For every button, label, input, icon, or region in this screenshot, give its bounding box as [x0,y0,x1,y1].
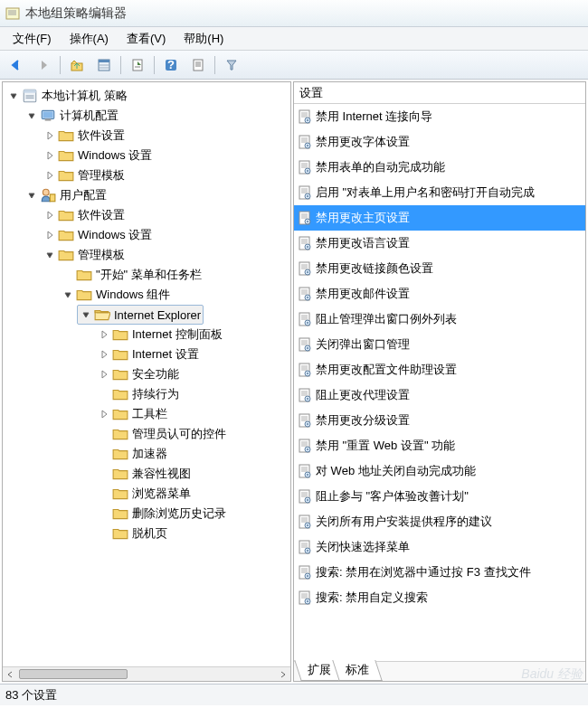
menu-view[interactable]: 查看(V) [118,29,175,49]
forward-button[interactable] [31,54,56,76]
list-item[interactable]: 禁用更改邮件设置 [294,281,585,307]
help-button[interactable]: ? [158,54,184,76]
filter-button[interactable] [219,54,244,76]
export-button[interactable] [125,54,150,76]
tree-item[interactable]: 管理模板 [41,245,128,265]
tree-item[interactable]: 软件设置 [41,205,128,225]
list-item-label: 禁用更改分级设置 [316,412,410,429]
list-view-button[interactable] [91,54,117,76]
list-item-label: 禁用更改配置文件助理设置 [316,362,457,378]
caret-right-icon[interactable] [43,209,56,222]
list-item-label: 对 Web 地址关闭自动完成功能 [316,463,476,479]
svg-point-55 [307,221,308,222]
caret-none [98,527,110,540]
list-item[interactable]: 禁用更改语言设置 [294,231,585,256]
policy-setting-icon [298,337,312,352]
list-item[interactable]: 阻止管理弹出窗口例外列表 [294,307,585,332]
tree-item[interactable]: Internet Explorer [77,305,204,325]
scrollbar-thumb[interactable] [19,669,128,679]
caret-down-icon[interactable] [7,90,20,102]
policy-setting-icon [298,109,312,124]
horizontal-scrollbar[interactable] [3,666,290,681]
list-item[interactable]: 禁用表单的自动完成功能 [294,155,585,180]
tree-item[interactable]: 工具栏 [95,404,170,424]
tree[interactable]: 本地计算机 策略计算机配置软件设置Windows 设置管理模板用户配置软件设置W… [3,82,290,666]
list-item[interactable]: 禁用更改分级设置 [294,408,585,433]
list-item[interactable]: 关闭弹出窗口管理 [294,332,585,357]
tree-item[interactable]: 用户配置 [23,185,109,205]
up-folder-button[interactable] [64,54,90,76]
svg-point-133 [307,550,308,552]
tree-item[interactable]: 脱机页 [95,524,170,543]
list-item[interactable]: 搜索: 禁用在浏览器中通过按 F3 查找文件 [294,560,585,585]
caret-right-icon[interactable] [98,328,110,341]
caret-right-icon[interactable] [43,149,56,162]
list-header[interactable]: 设置 [294,82,585,104]
caret-right-icon[interactable] [98,348,110,361]
tree-item[interactable]: 浏览器菜单 [95,484,194,504]
policy-setting-icon [298,287,312,301]
list-item[interactable]: 禁用 Internet 连接向导 [294,104,585,129]
policy-setting-icon [298,489,312,504]
list-item[interactable]: 阻止参与 "客户体验改善计划" [294,484,585,509]
caret-right-icon[interactable] [98,408,110,420]
scroll-right-icon[interactable] [276,667,290,681]
list-item[interactable]: 禁用 "重置 Web 设置" 功能 [294,433,585,458]
list-item-label: 关闭所有用户安装提供程序的建议 [316,514,492,530]
list-item[interactable]: 禁用更改链接颜色设置 [294,256,585,281]
tree-item[interactable]: Windows 设置 [41,225,155,245]
caret-down-icon[interactable] [25,109,38,122]
list-item-label: 禁用更改链接颜色设置 [316,260,433,277]
menu-file[interactable]: 文件(F) [4,29,61,49]
column-header[interactable]: 设置 [299,85,323,101]
tree-item[interactable]: 计算机配置 [23,106,121,126]
caret-right-icon[interactable] [43,229,56,241]
client-area: 本地计算机 策略计算机配置软件设置Windows 设置管理模板用户配置软件设置W… [0,80,588,684]
tree-item[interactable]: 管理员认可的控件 [95,424,229,444]
list-item[interactable]: 禁用更改字体设置 [294,129,585,155]
list-item[interactable]: 禁用更改配置文件助理设置 [294,357,585,382]
list-item[interactable]: 启用 "对表单上用户名和密码打开自动完成 [294,180,585,205]
list-item[interactable]: 禁用更改主页设置 [294,205,585,231]
tree-item[interactable]: 软件设置 [41,126,128,146]
tree-item[interactable]: 持续行为 [95,384,182,404]
scroll-left-icon[interactable] [3,667,17,681]
tree-item[interactable]: Windows 设置 [41,146,155,165]
tree-item[interactable]: Windows 组件 [59,285,173,305]
tree-item[interactable]: 安全功能 [95,364,182,384]
svg-point-31 [307,119,308,121]
properties-button[interactable] [185,54,211,76]
tree-item[interactable]: "开始" 菜单和任务栏 [59,265,204,285]
folder-icon [112,486,128,502]
list-item[interactable]: 关闭快速选择菜单 [294,534,585,560]
tree-item[interactable]: 管理模板 [41,165,128,185]
list-item[interactable]: 搜索: 禁用自定义搜索 [294,585,585,610]
list-body[interactable]: 禁用 Internet 连接向导禁用更改字体设置禁用表单的自动完成功能启用 "对… [294,104,585,661]
tree-item[interactable]: Internet 设置 [95,345,202,364]
list-item[interactable]: 关闭所有用户安装提供程序的建议 [294,509,585,534]
menu-help[interactable]: 帮助(H) [175,29,232,49]
menu-action[interactable]: 操作(A) [61,29,118,49]
tree-item[interactable]: 兼容性视图 [95,464,194,484]
title-bar: 本地组策略编辑器 [0,0,588,27]
caret-down-icon[interactable] [25,189,38,202]
list-item[interactable]: 阻止更改代理设置 [294,382,585,408]
svg-text:?: ? [167,58,175,71]
caret-down-icon[interactable] [80,308,92,321]
tree-item[interactable]: 加速器 [95,444,170,464]
policy-setting-icon [298,135,312,149]
tree-item[interactable]: 删除浏览历史记录 [95,504,229,524]
caret-down-icon[interactable] [43,249,56,261]
svg-point-61 [307,246,308,248]
tree-item-label: Windows 设置 [78,147,152,164]
tree-item[interactable]: 本地计算机 策略 [5,86,130,106]
caret-right-icon[interactable] [98,368,110,381]
tree-item[interactable]: Internet 控制面板 [95,325,225,345]
tab-standard[interactable]: 标准 [332,660,382,681]
back-button[interactable] [4,54,29,76]
caret-right-icon[interactable] [43,169,56,182]
tree-item-label: Internet 控制面板 [132,326,223,343]
caret-right-icon[interactable] [43,129,56,142]
caret-down-icon[interactable] [62,288,74,301]
list-item[interactable]: 对 Web 地址关闭自动完成功能 [294,458,585,484]
